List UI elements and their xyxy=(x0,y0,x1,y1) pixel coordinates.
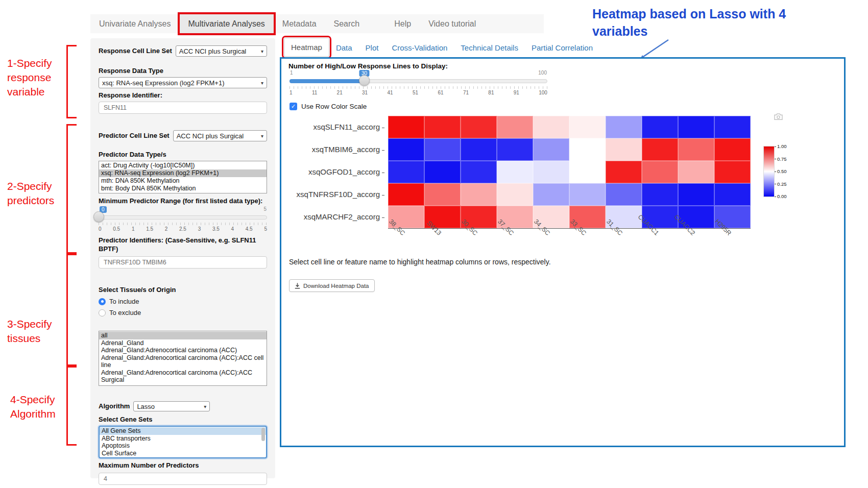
slider-tick-label: 5 xyxy=(264,226,267,232)
slider-handle[interactable] xyxy=(93,211,104,222)
gene-sets-label: Select Gene Sets xyxy=(99,416,267,424)
nav-item-video-tutorial[interactable]: Video tutorial xyxy=(420,14,485,33)
step-label-2: 2-Specifypredictors xyxy=(7,179,54,208)
radio-to-include[interactable]: To include xyxy=(99,298,267,305)
listbox-option[interactable]: xsq: RNA-seq Expression (log2 FPKM+1) xyxy=(99,169,267,177)
slider-tick-label: 1 xyxy=(132,226,135,232)
slider-tick-label: 4 xyxy=(231,226,234,232)
radio-label: To include xyxy=(109,298,139,305)
heatmap-cell xyxy=(461,116,497,138)
predictor-data-type-listbox[interactable]: act: Drug Activity (-log10[IC50M])xsq: R… xyxy=(99,161,267,193)
listbox-option[interactable]: Cell Surface xyxy=(100,450,266,457)
annotation-line-2: variables xyxy=(592,22,827,40)
nav-item-metadata[interactable]: Metadata xyxy=(274,14,325,33)
radio-to-exclude[interactable]: To exclude xyxy=(99,309,267,316)
nav-item-search[interactable]: Search xyxy=(325,14,369,33)
tab-data[interactable]: Data xyxy=(329,39,359,57)
tab-plot[interactable]: Plot xyxy=(359,39,385,57)
tissue-origin-label: Select Tissue/s of Origin xyxy=(99,286,267,294)
listbox-option[interactable]: All Gene Sets xyxy=(100,427,266,435)
predictor-cell-line-set-select[interactable]: ACC NCI plus Surgical ▾ xyxy=(173,130,267,141)
gene-sets-listbox[interactable]: All Gene SetsABC transportersApoptosisCe… xyxy=(99,426,267,458)
slider-track[interactable] xyxy=(99,215,267,219)
max-predictors-label: Maximum Number of Predictors xyxy=(99,461,267,470)
nav-item-multivariate-analyses[interactable]: Multivariate Analyses xyxy=(180,14,274,33)
app-page: Univariate AnalysesMultivariate Analyses… xyxy=(0,0,868,488)
heatmap-cell xyxy=(714,183,751,206)
slider-tick-labels: 1112131415161718191100 xyxy=(290,90,547,95)
heatmap-cell xyxy=(533,138,569,161)
radio-selected-icon[interactable] xyxy=(99,298,106,305)
tab-heatmap[interactable]: Heatmap xyxy=(284,38,329,57)
heatmap-cell xyxy=(388,161,424,183)
heatmap-row-label[interactable]: xsqOGFOD1_accorg xyxy=(280,167,384,176)
slider-tick-label: 31 xyxy=(362,90,368,95)
predictor-cell-line-set-label: Predictor Cell Line Set xyxy=(99,132,170,140)
colorbar-legend xyxy=(763,146,775,197)
chevron-down-icon: ▾ xyxy=(261,48,263,54)
heatmap-row-label[interactable]: xsqMARCHF2_accorg xyxy=(280,212,384,221)
heatmap-row-label[interactable]: xsqTNFRSF10D_accorg xyxy=(280,190,384,199)
heatmap-row-label[interactable]: xsqSLFN11_accorg xyxy=(280,123,384,131)
listbox-option[interactable]: mth: DNA 850K Methylation xyxy=(99,177,267,185)
tab-cross-validation[interactable]: Cross-Validation xyxy=(385,39,454,57)
heatmap-cell xyxy=(569,161,606,183)
listbox-option[interactable]: bmt: Body DNA 850K Methylation xyxy=(99,185,267,192)
predictor-identifiers-input[interactable]: TNFRSF10D TMBIM6 xyxy=(99,256,267,269)
slider-tick-label: 71 xyxy=(463,90,469,95)
row-color-scale-checkbox-row[interactable]: ✓ Use Row Color Scale xyxy=(290,103,367,110)
slider-tick-label: 61 xyxy=(438,90,443,95)
response-lines-slider[interactable]: 1 100 30 1112131415161718191100 xyxy=(290,71,547,97)
camera-icon[interactable] xyxy=(774,113,783,120)
min-predictor-range-slider[interactable]: 5 0 00.511.522.533.544.55 xyxy=(99,207,267,234)
slider-tick-label: 0 xyxy=(99,226,102,232)
slider-min-label: 1 xyxy=(290,70,293,76)
max-predictors-input[interactable]: 4 xyxy=(99,473,267,485)
heatmap-cell xyxy=(569,116,606,138)
slider-tickmarks xyxy=(99,223,267,225)
colorbar-tick-label: 0.00 xyxy=(775,193,787,199)
slider-handle[interactable] xyxy=(359,75,370,86)
slider-tick-label: 3.5 xyxy=(212,226,220,232)
heatmap-cell xyxy=(388,138,424,161)
nav-item-univariate-analyses[interactable]: Univariate Analyses xyxy=(90,14,180,33)
results-panel: Number of High/Low Response Lines to Dis… xyxy=(280,57,846,447)
heatmap-cell xyxy=(424,116,461,138)
tab-technical-details[interactable]: Technical Details xyxy=(454,39,525,57)
tissue-listbox[interactable]: allAdrenal_GlandAdrenal_Gland:Adrenocort… xyxy=(99,331,267,386)
annotation-heatmap-note: Heatmap based on Lasso with 4 variables xyxy=(592,5,827,40)
slider-tick-labels: 00.511.522.533.544.55 xyxy=(99,226,267,232)
listbox-option[interactable]: all xyxy=(99,332,267,339)
radio-unselected-icon[interactable] xyxy=(99,309,106,316)
heatmap-row-label[interactable]: xsqTMBIM6_accorg xyxy=(280,145,384,154)
listbox-option[interactable]: act: Drug Activity (-log10[IC50M]) xyxy=(99,162,267,169)
heatmap-cell xyxy=(461,161,497,183)
listbox-option[interactable]: Apoptosis xyxy=(100,442,266,450)
tab-partial-correlation[interactable]: Partial Correlation xyxy=(525,39,599,57)
algorithm-select[interactable]: Lasso ▾ xyxy=(133,401,210,411)
response-data-type-select[interactable]: xsq: RNA-seq Expression (log2 FPKM+1) ▾ xyxy=(99,77,267,88)
heatmap-cell xyxy=(642,161,678,183)
response-identifier-input[interactable]: SLFN11 xyxy=(99,102,267,114)
listbox-option[interactable]: Adrenal_Gland:Adrenocortical carcinoma (… xyxy=(99,347,267,354)
heatmap-cell xyxy=(714,138,751,161)
heatmap-cell xyxy=(533,161,569,183)
select-value: ACC NCI plus Surgical xyxy=(179,47,247,55)
download-heatmap-data-button[interactable]: Download Heatmap Data xyxy=(289,279,375,292)
response-cell-line-set-select[interactable]: ACC NCI plus Surgical ▾ xyxy=(176,45,267,57)
slider-tick-label: 0.5 xyxy=(113,226,120,232)
listbox-option[interactable]: Adrenal_Gland xyxy=(99,339,267,347)
heatmap-cell xyxy=(678,161,714,183)
listbox-option[interactable]: ABC transporters xyxy=(100,435,266,443)
step-label-4: 4-SpecifyAlgorithm xyxy=(10,393,56,421)
heatmap-cell xyxy=(606,161,642,183)
slider-tick-label: 4.5 xyxy=(246,226,253,232)
listbox-option[interactable]: Adrenal_Gland:Adrenocortical carcinoma (… xyxy=(99,369,267,384)
chevron-down-icon: ▾ xyxy=(261,80,263,86)
scrollbar-thumb[interactable] xyxy=(261,428,265,441)
nav-item-help[interactable]: Help xyxy=(385,14,420,33)
heatmap-cell xyxy=(642,138,678,161)
checkbox-checked-icon[interactable]: ✓ xyxy=(290,103,297,110)
listbox-option[interactable]: Adrenal_Gland:Adrenocortical carcinoma (… xyxy=(99,354,267,369)
step-label-3: 3-Specifytissues xyxy=(7,317,52,346)
